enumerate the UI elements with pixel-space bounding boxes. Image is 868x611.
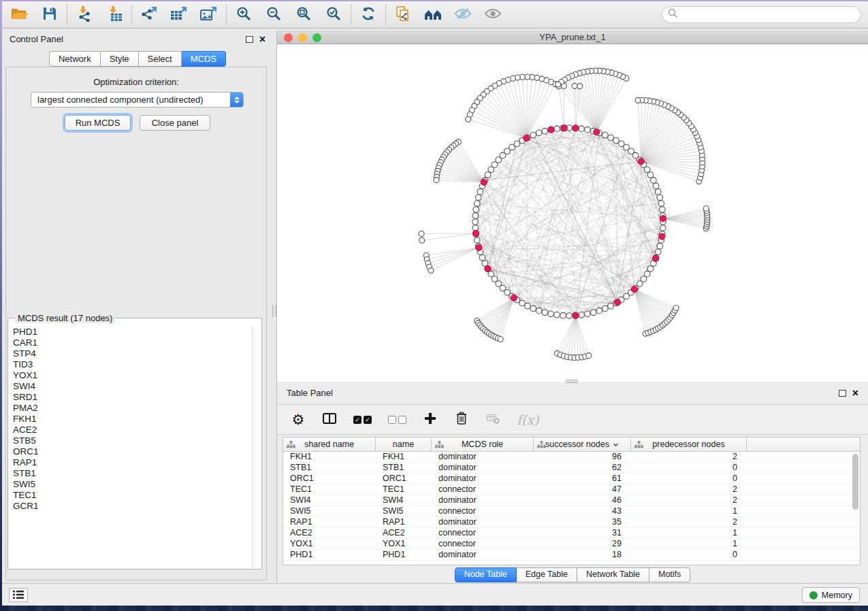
table-cell[interactable]: SWI4 [283,495,376,506]
network-hub-node[interactable] [511,295,517,301]
network-node[interactable] [624,144,630,150]
network-node[interactable] [647,172,654,178]
table-cell[interactable]: 2 [631,517,747,527]
network-node[interactable] [514,141,520,147]
table-cell[interactable]: dominator [432,495,534,506]
float-panel-button[interactable] [246,36,253,43]
network-node[interactable] [542,310,548,316]
network-node[interactable] [608,303,614,309]
table-row[interactable]: ORC1ORC1dominator610 [283,474,860,484]
horizontal-splitter-handle[interactable] [566,380,578,383]
table-cell[interactable]: dominator [432,474,534,484]
add-column-button[interactable] [423,410,438,430]
table-cell[interactable]: 2 [631,484,747,495]
mcds-result-item[interactable]: PHD1 [10,327,251,337]
network-node[interactable] [492,162,498,168]
table-cell[interactable]: 29 [534,539,631,549]
network-node[interactable] [530,306,536,312]
network-hub-node[interactable] [614,299,620,306]
column-header-name[interactable]: name [376,437,432,451]
show-columns-button[interactable] [322,410,337,430]
table-cell[interactable]: dominator [432,463,534,473]
network-node[interactable] [653,183,659,189]
column-header-shared-name[interactable]: shared name [283,437,376,451]
network-node[interactable] [482,261,488,267]
task-history-button[interactable] [9,588,28,602]
network-node[interactable] [602,132,609,138]
network-hub-node[interactable] [561,125,567,131]
network-node[interactable] [658,201,664,207]
network-leaf-node[interactable] [428,268,434,274]
network-node[interactable] [472,213,479,219]
table-cell[interactable]: TEC1 [283,484,376,495]
save-session-button[interactable] [35,3,65,27]
table-cell[interactable]: FKH1 [283,452,376,462]
table-row[interactable]: FKH1FKH1dominator962 [283,452,860,463]
network-hub-node[interactable] [594,129,600,135]
network-node[interactable] [644,271,650,277]
table-cell[interactable]: SWI5 [283,506,376,516]
mcds-result-item[interactable]: GCR1 [10,501,251,512]
network-node[interactable] [519,300,526,306]
table-row[interactable]: YOX1YOX1connector291 [283,539,860,550]
mcds-result-item[interactable]: SWI4 [10,381,251,392]
network-leaf-node[interactable] [577,84,583,89]
table-cell[interactable]: ORC1 [376,474,432,484]
network-hub-node[interactable] [573,125,579,131]
tab-style[interactable]: Style [101,51,139,67]
table-cell[interactable]: YOX1 [376,539,432,549]
network-node[interactable] [554,126,560,132]
network-hub-node[interactable] [660,216,666,222]
network-leaf-node[interactable] [556,82,561,87]
zoom-out-button[interactable] [259,3,289,27]
network-hub-node[interactable] [472,230,479,236]
network-node[interactable] [585,127,591,133]
network-node[interactable] [608,135,614,141]
network-leaf-node[interactable] [419,237,425,243]
export-image-button[interactable] [194,3,224,27]
export-table-button[interactable] [164,3,194,27]
network-node[interactable] [554,312,560,318]
network-node[interactable] [657,243,663,249]
show-all-button[interactable] [478,3,508,27]
table-cell[interactable]: 2 [631,452,747,462]
table-cell[interactable]: 0 [631,550,747,560]
network-hub-node[interactable] [485,265,491,271]
close-table-panel-button[interactable]: × [852,390,858,397]
table-cell[interactable]: ACE2 [283,528,376,538]
mcds-result-item[interactable]: RAP1 [10,457,251,468]
network-hub-node[interactable] [631,286,637,293]
table-cell[interactable]: 1 [631,539,747,549]
table-row[interactable]: SWI5SWI5connector431 [283,506,860,517]
tab-motifs[interactable]: Motifs [649,567,690,582]
network-node[interactable] [585,311,591,317]
table-cell[interactable]: connector [432,539,534,549]
table-cell[interactable]: ACE2 [376,528,432,538]
delete-column-button[interactable] [454,410,469,430]
tab-mcds[interactable]: MCDS [182,51,226,67]
network-node[interactable] [536,130,542,136]
table-row[interactable]: ACE2ACE2connector311 [283,528,860,539]
table-cell[interactable]: 1 [631,506,747,516]
network-node[interactable] [644,167,650,173]
network-node[interactable] [647,266,654,272]
table-cell[interactable]: 2 [631,495,747,506]
table-cell[interactable]: 35 [534,517,631,527]
network-hub-node[interactable] [659,233,665,240]
table-cell[interactable]: YOX1 [283,539,376,549]
refresh-layout-button[interactable] [353,3,383,27]
network-leaf-node[interactable] [572,83,577,88]
network-node[interactable] [596,308,602,314]
mcds-result-item[interactable]: PMA2 [10,403,251,414]
table-cell[interactable]: 46 [534,495,631,506]
network-view-canvas[interactable] [277,44,868,382]
table-row[interactable]: PHD1PHD1dominator180 [283,550,860,561]
table-cell[interactable]: TEC1 [376,484,432,495]
network-hub-node[interactable] [548,127,554,133]
table-cell[interactable]: dominator [432,452,534,462]
network-node[interactable] [602,306,609,312]
network-leaf-node[interactable] [586,353,592,359]
table-row[interactable]: SWI4SWI4dominator462 [283,495,860,506]
table-cell[interactable]: 18 [534,550,631,560]
network-node[interactable] [579,312,585,318]
